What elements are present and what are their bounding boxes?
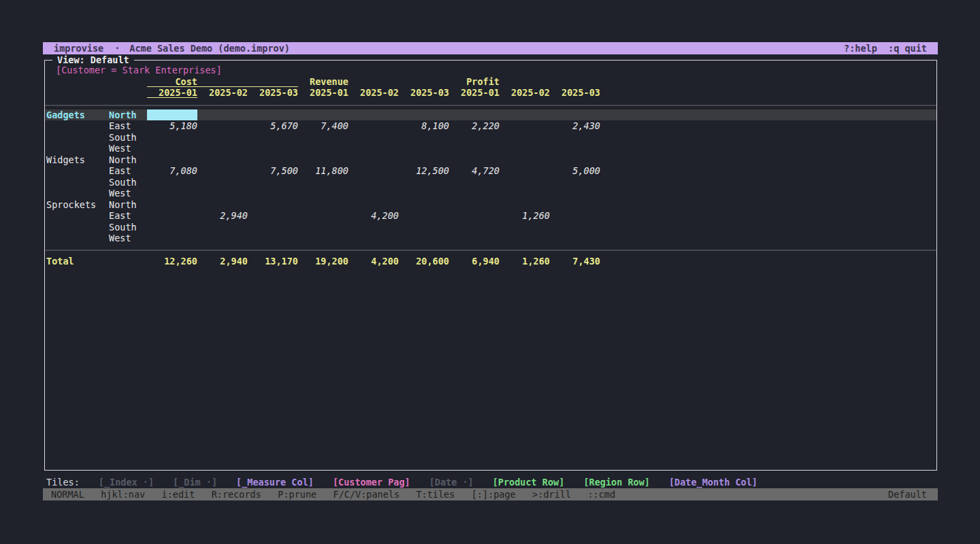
region-label: East	[109, 165, 150, 177]
tile-region-row[interactable]: [Region Row]	[583, 477, 650, 488]
total-cell: 1,260	[500, 256, 550, 267]
pivot-row[interactable]: West	[45, 188, 936, 199]
region-label: South	[109, 132, 150, 143]
tile-customer-pag[interactable]: [Customer Pag]	[333, 477, 410, 488]
value-cell[interactable]: 11,800	[298, 165, 348, 177]
month-column-header[interactable]: 2025-01	[298, 87, 348, 98]
tiles-bar: Tiles: [_Index ·][_Dim ·][_Measure Col][…	[44, 477, 757, 488]
total-cell: 6,940	[449, 256, 500, 267]
value-cell[interactable]: 7,400	[298, 120, 348, 132]
value-cell[interactable]: 1,260	[500, 210, 550, 222]
current-view-name: Default	[888, 488, 927, 500]
month-header-row: 2025-012025-022025-032025-012025-022025-…	[45, 87, 936, 99]
measure-group-label: Revenue	[298, 76, 348, 88]
keybinding-hints: hjkl:nav i:edit R:records P:prune F/C/V:…	[84, 489, 615, 500]
tile-product-row[interactable]: [Product Row]	[493, 477, 565, 488]
total-separator	[45, 250, 936, 251]
measure-group-row: CostRevenueProfit	[45, 76, 936, 88]
app-name: improvise	[54, 43, 103, 54]
value-cell[interactable]: 2,220	[449, 120, 500, 132]
value-cell[interactable]: 5,670	[248, 120, 298, 132]
total-cell: 12,260	[147, 256, 197, 267]
month-column-header[interactable]: 2025-02	[348, 87, 399, 98]
pivot-rows: GadgetsNorthEast5,1805,6707,4008,1002,22…	[45, 109, 936, 244]
total-cell: 7,430	[550, 256, 600, 267]
pivot-row[interactable]: South	[45, 132, 936, 143]
value-cell[interactable]: 2,940	[197, 210, 248, 222]
status-left: NORMAL hjkl:nav i:edit R:records P:prune…	[51, 488, 615, 500]
tile-date_month-col[interactable]: [Date_Month Col]	[669, 477, 757, 488]
tiles-label: Tiles:	[46, 477, 80, 488]
header-separator	[45, 105, 936, 106]
month-column-header[interactable]: 2025-03	[399, 87, 449, 98]
pivot-view-panel: View: Default [Customer = Stark Enterpri…	[44, 60, 937, 471]
tile-_index[interactable]: [_Index ·]	[99, 477, 154, 488]
total-cell: 20,600	[399, 256, 449, 267]
month-column-header[interactable]: 2025-01	[147, 87, 197, 98]
total-cell: 13,170	[248, 256, 298, 267]
region-label: North	[109, 154, 150, 166]
region-label: South	[109, 177, 150, 188]
pivot-row[interactable]: South	[45, 222, 936, 233]
title-bar-left: improvise·Acme Sales Demo (demo.improv)	[54, 42, 290, 54]
region-label: North	[109, 109, 150, 121]
total-row: Total 12,2602,94013,17019,2004,20020,600…	[45, 256, 936, 267]
region-label: North	[109, 199, 150, 211]
region-label: West	[109, 143, 150, 154]
measure-group-label: Cost	[147, 76, 197, 88]
title-bar: improvise·Acme Sales Demo (demo.improv) …	[43, 42, 938, 54]
measure-group-label: Profit	[449, 76, 500, 88]
total-cell: 2,940	[197, 256, 248, 267]
tile-_dim[interactable]: [_Dim ·]	[173, 477, 217, 488]
pivot-row[interactable]: West	[45, 143, 936, 154]
region-label: East	[109, 120, 150, 132]
month-column-header[interactable]: 2025-02	[197, 87, 248, 98]
pivot-row[interactable]: East2,9404,2001,260	[45, 210, 936, 222]
value-cell[interactable]: 4,720	[449, 165, 500, 177]
measure-group-cost[interactable]: Cost	[147, 76, 298, 87]
month-column-header[interactable]: 2025-01	[449, 87, 500, 98]
month-column-header[interactable]: 2025-02	[500, 87, 550, 98]
value-cell[interactable]: 5,180	[147, 120, 197, 132]
cursor-cell[interactable]	[147, 109, 197, 121]
month-column-header[interactable]: 2025-03	[550, 87, 600, 98]
pivot-row[interactable]: East7,0807,50011,80012,5004,7205,000	[45, 165, 936, 177]
mode-indicator: NORMAL	[51, 489, 84, 500]
pivot-row[interactable]: South	[45, 177, 936, 188]
status-bar: NORMAL hjkl:nav i:edit R:records P:prune…	[43, 488, 938, 500]
value-cell[interactable]: 7,500	[248, 165, 298, 177]
value-cell[interactable]: 12,500	[399, 165, 449, 177]
value-cell[interactable]: 5,000	[550, 165, 600, 177]
total-cell: 4,200	[348, 256, 399, 267]
region-label: West	[109, 188, 150, 199]
region-label: South	[109, 222, 150, 233]
total-cell: 19,200	[298, 256, 348, 267]
value-cell[interactable]: 4,200	[348, 210, 399, 222]
month-column-header[interactable]: 2025-03	[248, 87, 298, 98]
file-title: Acme Sales Demo (demo.improv)	[129, 43, 290, 54]
measure-group-profit[interactable]: Profit	[449, 76, 600, 87]
value-cell[interactable]: 8,100	[399, 120, 449, 132]
help-quit-hint[interactable]: ?:help :q quit	[844, 42, 927, 54]
pivot-row[interactable]: SprocketsNorth	[45, 199, 936, 211]
pivot-row[interactable]: West	[45, 233, 936, 244]
value-cell[interactable]: 7,080	[147, 165, 197, 177]
pivot-row[interactable]: WidgetsNorth	[45, 154, 936, 166]
total-label: Total	[46, 256, 74, 267]
page-filter-badge[interactable]: [Customer = Stark Enterprises]	[56, 65, 936, 76]
value-cell[interactable]: 2,430	[550, 120, 600, 132]
pivot-row[interactable]: East5,1805,6707,4008,1002,2202,430	[45, 120, 936, 132]
tile-_measure-col[interactable]: [_Measure Col]	[236, 477, 314, 488]
title-separator-dot: ·	[114, 43, 120, 54]
region-label: West	[109, 233, 150, 244]
measure-group-revenue[interactable]: Revenue	[298, 76, 449, 87]
region-label: East	[109, 210, 150, 222]
pivot-row[interactable]: GadgetsNorth	[45, 109, 936, 121]
tile-date[interactable]: [Date ·]	[429, 477, 474, 488]
view-title: View: Default	[52, 54, 134, 66]
